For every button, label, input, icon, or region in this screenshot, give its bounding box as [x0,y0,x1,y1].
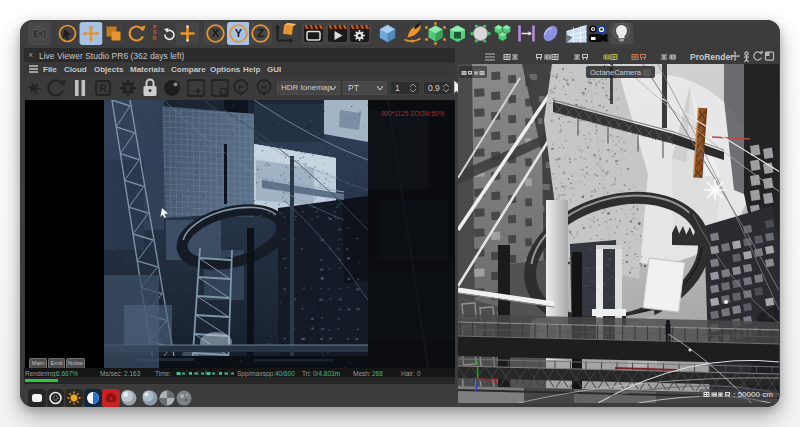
svg-text:Y: Y [475,360,480,367]
svg-text:R: R [152,34,156,40]
svg-text:P: P [238,83,244,92]
svg-text:R: R [99,83,107,94]
svg-text:X: X [493,377,498,384]
svg-text:X: X [211,27,219,39]
svg-text:H: H [261,83,267,92]
svg-text:Z: Z [257,27,264,39]
svg-text:Y: Y [234,27,242,39]
